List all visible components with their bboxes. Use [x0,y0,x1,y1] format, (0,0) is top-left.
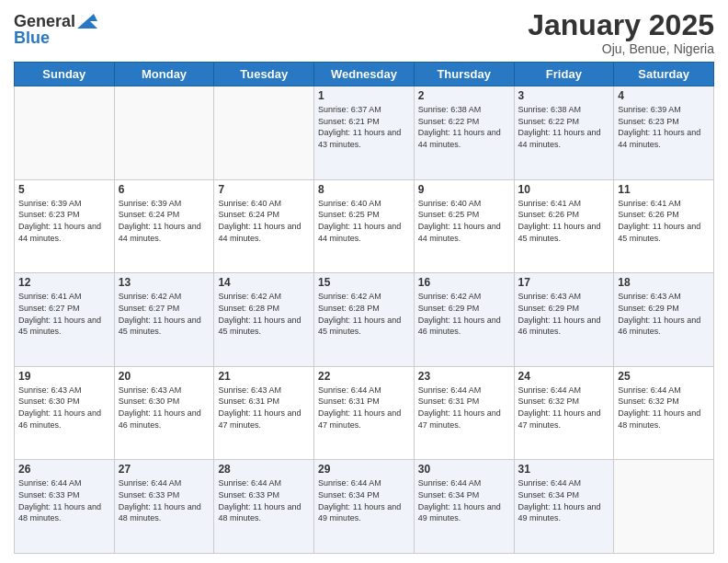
day-number: 21 [218,370,310,383]
sunset-label: Sunset: 6:26 PM [518,210,580,219]
daylight-label: Daylight: 11 hours and 47 minutes. [518,408,601,430]
table-row: 5 Sunrise: 6:39 AM Sunset: 6:23 PM Dayli… [15,179,115,273]
sunset-label: Sunset: 6:22 PM [518,117,580,126]
daylight-label: Daylight: 11 hours and 45 minutes. [18,316,101,337]
col-sunday: Sunday [15,63,115,86]
daylight-label: Daylight: 11 hours and 49 minutes. [418,502,501,523]
sunset-label: Sunset: 6:27 PM [18,304,80,313]
day-info: Sunrise: 6:41 AM Sunset: 6:26 PM Dayligh… [618,198,710,244]
daylight-label: Daylight: 11 hours and 46 minutes. [418,316,501,337]
day-info: Sunrise: 6:44 AM Sunset: 6:33 PM Dayligh… [18,477,110,523]
sunrise-label: Sunrise: 6:43 AM [18,385,82,395]
sunrise-label: Sunrise: 6:38 AM [418,105,482,114]
day-number: 4 [618,89,710,102]
day-number: 26 [18,463,110,476]
table-row: 12 Sunrise: 6:41 AM Sunset: 6:27 PM Dayl… [15,273,115,367]
sunset-label: Sunset: 6:23 PM [18,210,80,219]
sunrise-label: Sunrise: 6:41 AM [618,199,681,208]
day-info: Sunrise: 6:41 AM Sunset: 6:26 PM Dayligh… [518,198,610,244]
table-row: 21 Sunrise: 6:43 AM Sunset: 6:31 PM Dayl… [214,366,314,460]
table-row: 8 Sunrise: 6:40 AM Sunset: 6:25 PM Dayli… [314,179,415,273]
day-number: 11 [618,183,710,196]
daylight-label: Daylight: 11 hours and 44 minutes. [618,128,700,149]
daylight-label: Daylight: 11 hours and 46 minutes. [518,316,601,337]
table-row: 4 Sunrise: 6:39 AM Sunset: 6:23 PM Dayli… [614,86,714,180]
table-row: 9 Sunrise: 6:40 AM Sunset: 6:25 PM Dayli… [414,179,514,273]
sunset-label: Sunset: 6:23 PM [618,117,679,126]
daylight-label: Daylight: 11 hours and 47 minutes. [218,408,301,430]
table-row: 24 Sunrise: 6:44 AM Sunset: 6:32 PM Dayl… [514,366,614,460]
day-number: 19 [18,370,110,383]
sunset-label: Sunset: 6:30 PM [18,396,80,406]
table-row: 19 Sunrise: 6:43 AM Sunset: 6:30 PM Dayl… [15,366,115,460]
daylight-label: Daylight: 11 hours and 45 minutes. [518,222,601,243]
day-number: 16 [418,276,510,289]
day-number: 25 [618,370,710,383]
day-number: 24 [518,370,610,383]
location: Oju, Benue, Nigeria [528,41,714,56]
calendar-week-row: 26 Sunrise: 6:44 AM Sunset: 6:33 PM Dayl… [15,460,714,554]
day-info: Sunrise: 6:43 AM Sunset: 6:30 PM Dayligh… [18,385,110,431]
calendar-header-row: Sunday Monday Tuesday Wednesday Thursday… [15,63,714,86]
logo-blue: Blue [14,29,50,47]
col-wednesday: Wednesday [314,63,415,86]
daylight-label: Daylight: 11 hours and 45 minutes. [618,222,700,243]
sunrise-label: Sunrise: 6:44 AM [518,385,582,395]
sunrise-label: Sunrise: 6:43 AM [618,292,681,301]
sunrise-label: Sunrise: 6:44 AM [18,478,82,488]
day-info: Sunrise: 6:41 AM Sunset: 6:27 PM Dayligh… [18,291,110,337]
day-info: Sunrise: 6:44 AM Sunset: 6:31 PM Dayligh… [318,385,410,431]
daylight-label: Daylight: 11 hours and 46 minutes. [18,408,101,430]
table-row: 3 Sunrise: 6:38 AM Sunset: 6:22 PM Dayli… [514,86,614,180]
sunrise-label: Sunrise: 6:44 AM [318,478,381,488]
day-number: 2 [418,89,510,102]
day-number: 28 [218,463,310,476]
sunrise-label: Sunrise: 6:37 AM [318,105,381,114]
day-number: 3 [518,89,610,102]
day-number: 27 [119,463,210,476]
day-number: 20 [119,370,210,383]
table-row: 16 Sunrise: 6:42 AM Sunset: 6:29 PM Dayl… [414,273,514,367]
sunset-label: Sunset: 6:25 PM [318,210,380,219]
daylight-label: Daylight: 11 hours and 45 minutes. [218,316,301,337]
table-row: 23 Sunrise: 6:44 AM Sunset: 6:31 PM Dayl… [414,366,514,460]
daylight-label: Daylight: 11 hours and 47 minutes. [418,408,501,430]
sunset-label: Sunset: 6:32 PM [618,396,679,406]
day-info: Sunrise: 6:43 AM Sunset: 6:30 PM Dayligh… [119,385,210,431]
daylight-label: Daylight: 11 hours and 46 minutes. [119,408,201,430]
table-row: 14 Sunrise: 6:42 AM Sunset: 6:28 PM Dayl… [214,273,314,367]
day-info: Sunrise: 6:39 AM Sunset: 6:24 PM Dayligh… [119,198,210,244]
table-row: 10 Sunrise: 6:41 AM Sunset: 6:26 PM Dayl… [514,179,614,273]
day-info: Sunrise: 6:42 AM Sunset: 6:29 PM Dayligh… [418,291,510,337]
daylight-label: Daylight: 11 hours and 44 minutes. [518,128,601,149]
daylight-label: Daylight: 11 hours and 44 minutes. [119,222,201,243]
day-number: 12 [18,276,110,289]
day-number: 30 [418,463,510,476]
sunrise-label: Sunrise: 6:44 AM [618,385,681,395]
calendar-week-row: 1 Sunrise: 6:37 AM Sunset: 6:21 PM Dayli… [15,86,714,180]
daylight-label: Daylight: 11 hours and 44 minutes. [318,222,401,243]
sunset-label: Sunset: 6:28 PM [218,304,279,313]
day-number: 5 [18,183,110,196]
day-number: 13 [119,276,210,289]
table-row [614,460,714,554]
sunset-label: Sunset: 6:25 PM [418,210,480,219]
sunset-label: Sunset: 6:28 PM [318,304,380,313]
sunrise-label: Sunrise: 6:43 AM [518,292,582,301]
day-info: Sunrise: 6:38 AM Sunset: 6:22 PM Dayligh… [418,104,510,150]
table-row: 13 Sunrise: 6:42 AM Sunset: 6:27 PM Dayl… [114,273,214,367]
sunrise-label: Sunrise: 6:43 AM [119,385,182,395]
day-number: 14 [218,276,310,289]
calendar-week-row: 19 Sunrise: 6:43 AM Sunset: 6:30 PM Dayl… [15,366,714,460]
sunrise-label: Sunrise: 6:44 AM [218,478,281,488]
sunrise-label: Sunrise: 6:39 AM [119,199,182,208]
table-row: 29 Sunrise: 6:44 AM Sunset: 6:34 PM Dayl… [314,460,415,554]
day-info: Sunrise: 6:40 AM Sunset: 6:25 PM Dayligh… [418,198,510,244]
sunrise-label: Sunrise: 6:44 AM [418,385,482,395]
table-row: 6 Sunrise: 6:39 AM Sunset: 6:24 PM Dayli… [114,179,214,273]
table-row: 2 Sunrise: 6:38 AM Sunset: 6:22 PM Dayli… [414,86,514,180]
sunset-label: Sunset: 6:22 PM [418,117,480,126]
sunrise-label: Sunrise: 6:39 AM [618,105,681,114]
day-info: Sunrise: 6:44 AM Sunset: 6:33 PM Dayligh… [218,477,310,523]
daylight-label: Daylight: 11 hours and 48 minutes. [119,502,201,523]
